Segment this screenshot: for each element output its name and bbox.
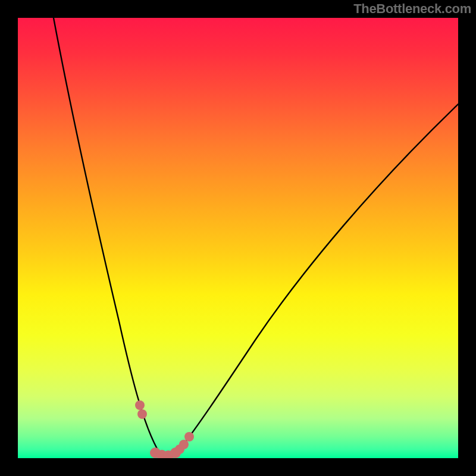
marker-dot <box>184 432 194 441</box>
marker-dot <box>137 409 147 419</box>
marker-layer <box>18 18 458 458</box>
marker-dot <box>135 400 145 410</box>
watermark-text: TheBottleneck.com <box>353 1 471 17</box>
plot-area <box>18 18 458 458</box>
chart-frame: TheBottleneck.com <box>0 0 476 476</box>
